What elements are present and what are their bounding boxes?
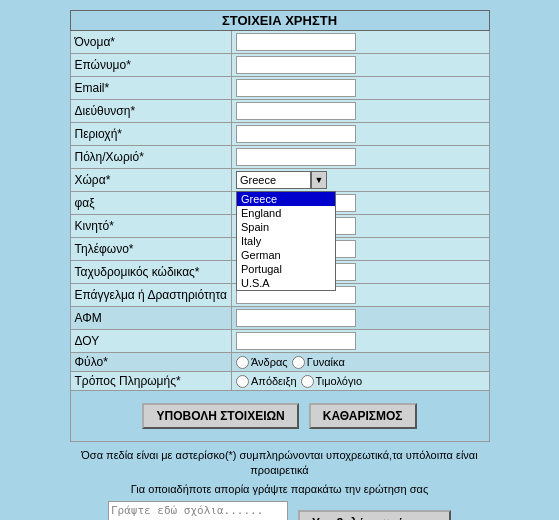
country-dropdown-wrapper: Greece ▼ Greece England Spain Italy Germ…	[236, 171, 327, 189]
input-cell-email	[231, 77, 489, 100]
input-cell-first-name	[231, 31, 489, 54]
select-cell-country: Greece ▼ Greece England Spain Italy Germ…	[231, 169, 489, 192]
input-cell-city	[231, 146, 489, 169]
country-option-spain[interactable]: Spain	[237, 220, 335, 234]
label-address: Διεύθυνση*	[70, 100, 231, 123]
label-occupation: Επάγγελμα ή Δραστηριότητα	[70, 284, 231, 307]
comment-textarea[interactable]: Γράψτε εδώ σχόλια......	[108, 501, 288, 520]
country-option-german[interactable]: German	[237, 248, 335, 262]
area-input[interactable]	[236, 125, 356, 143]
country-option-england[interactable]: England	[237, 206, 335, 220]
label-tax-id: ΑΦΜ	[70, 307, 231, 330]
country-option-usa[interactable]: U.S.A	[237, 276, 335, 290]
country-option-greece[interactable]: Greece	[237, 192, 335, 206]
input-cell-gender: Άνδρας Γυναίκα	[231, 353, 489, 372]
label-email: Email*	[70, 77, 231, 100]
required-note: Όσα πεδία είναι με αστερίσκο(*) συμπληρώ…	[70, 448, 490, 479]
label-first-name: Όνομα*	[70, 31, 231, 54]
label-phone: Τηλέφωνο*	[70, 238, 231, 261]
form-title: ΣΤΟΙΧΕΙΑ ΧΡΗΣΤΗ	[70, 11, 489, 31]
user-form-table: ΣΤΟΙΧΕΙΑ ΧΡΗΣΤΗ Όνομα* Επώνυμο* Email* Δ…	[70, 10, 490, 442]
input-cell-area	[231, 123, 489, 146]
submit-button[interactable]: ΥΠΟΒΟΛΗ ΣΤΟΙΧΕΙΩΝ	[142, 403, 298, 429]
label-fax: φαξ	[70, 192, 231, 215]
query-row: Γράψτε εδώ σχόλια...... Υποβολή ερωτήματ…	[70, 501, 490, 520]
label-postal-code: Ταχυδρομικός κώδικας*	[70, 261, 231, 284]
input-cell-payment: Απόδειξη Τιμολόγιο	[231, 372, 489, 391]
payment-radio-group: Απόδειξη Τιμολόγιο	[236, 375, 485, 388]
label-city: Πόλη/Χωριό*	[70, 146, 231, 169]
label-tax-office: ΔΟΥ	[70, 330, 231, 353]
gender-radio-group: Άνδρας Γυναίκα	[236, 356, 485, 369]
gender-male-text: Άνδρας	[251, 356, 288, 368]
label-area: Περιοχή*	[70, 123, 231, 146]
input-cell-address	[231, 100, 489, 123]
input-cell-tax-office	[231, 330, 489, 353]
last-name-input[interactable]	[236, 56, 356, 74]
button-row-cell: ΥΠΟΒΟΛΗ ΣΤΟΙΧΕΙΩΝ ΚΑΘΑΡΙΣΜΟΣ	[70, 391, 489, 442]
label-country: Χώρα*	[70, 169, 231, 192]
gender-male-label[interactable]: Άνδρας	[236, 356, 288, 369]
email-input[interactable]	[236, 79, 356, 97]
gender-female-text: Γυναίκα	[307, 356, 345, 368]
country-option-italy[interactable]: Italy	[237, 234, 335, 248]
country-dropdown-list: Greece England Spain Italy German Portug…	[236, 191, 336, 291]
country-select-display[interactable]: Greece	[236, 171, 311, 189]
query-note: Για οποιαδήποτε απορία γράψτε παρακάτω τ…	[70, 483, 490, 495]
gender-female-label[interactable]: Γυναίκα	[292, 356, 345, 369]
city-input[interactable]	[236, 148, 356, 166]
tax-id-input[interactable]	[236, 309, 356, 327]
first-name-input[interactable]	[236, 33, 356, 51]
country-option-portugal[interactable]: Portugal	[237, 262, 335, 276]
address-input[interactable]	[236, 102, 356, 120]
submit-query-button[interactable]: Υποβολή ερωτήματος	[298, 510, 451, 520]
gender-female-radio[interactable]	[292, 356, 305, 369]
payment-invoice-text: Τιμολόγιο	[316, 375, 363, 387]
label-gender: Φύλο*	[70, 353, 231, 372]
payment-invoice-label[interactable]: Τιμολόγιο	[301, 375, 363, 388]
country-dropdown-arrow[interactable]: ▼	[311, 171, 327, 189]
payment-invoice-radio[interactable]	[301, 375, 314, 388]
label-mobile: Κινητό*	[70, 215, 231, 238]
clear-button[interactable]: ΚΑΘΑΡΙΣΜΟΣ	[309, 403, 417, 429]
label-last-name: Επώνυμο*	[70, 54, 231, 77]
form-button-row: ΥΠΟΒΟΛΗ ΣΤΟΙΧΕΙΩΝ ΚΑΘΑΡΙΣΜΟΣ	[77, 403, 483, 429]
payment-receipt-radio[interactable]	[236, 375, 249, 388]
input-cell-last-name	[231, 54, 489, 77]
payment-receipt-label[interactable]: Απόδειξη	[236, 375, 297, 388]
input-cell-tax-id	[231, 307, 489, 330]
payment-receipt-text: Απόδειξη	[251, 375, 297, 387]
gender-male-radio[interactable]	[236, 356, 249, 369]
label-payment: Τρόπος Πληρωμής*	[70, 372, 231, 391]
tax-office-input[interactable]	[236, 332, 356, 350]
